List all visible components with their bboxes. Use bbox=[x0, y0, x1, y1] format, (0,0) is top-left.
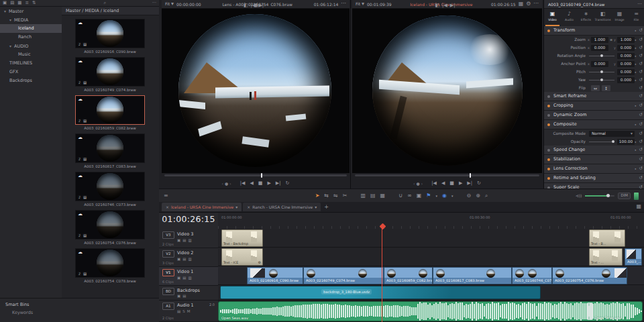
flip-vertical-button[interactable]: ↕ bbox=[602, 85, 610, 91]
goto-out-icon[interactable]: ▶| bbox=[258, 3, 264, 8]
dynamic-trim-mode-icon[interactable]: ⇋ bbox=[333, 193, 338, 199]
section-smart-reframe[interactable]: Smart Reframe ↺ bbox=[544, 92, 644, 101]
track-enable-icon[interactable]: ▥ bbox=[188, 238, 191, 242]
track-header-a1[interactable]: A1 Audio 1 2.0 ▤SM 2 Clips bbox=[159, 301, 218, 322]
snapping-icon[interactable]: ∪ bbox=[398, 193, 402, 199]
text-clip[interactable]: Text - Backdrop bbox=[221, 229, 263, 247]
video-clip[interactable]: A003_02160754_C076.braw bbox=[552, 267, 627, 284]
chevron-down-icon[interactable]: ▾ bbox=[315, 205, 317, 209]
opacity-field[interactable]: 100.00 bbox=[617, 139, 635, 145]
flip-horizontal-button[interactable]: ↔ bbox=[591, 85, 600, 91]
tab-image[interactable]: ▦Image bbox=[611, 9, 628, 26]
chevron-down-icon[interactable]: ▾ bbox=[435, 195, 437, 198]
track-autoselect-icon[interactable]: ▣ bbox=[177, 294, 180, 298]
play-reverse-button[interactable]: ◀ bbox=[441, 181, 445, 186]
speed-change-toggle[interactable] bbox=[547, 149, 550, 152]
first-frame-button[interactable]: |◀ bbox=[431, 181, 437, 186]
source-video-frame[interactable] bbox=[162, 9, 350, 173]
timeline-timecode-display[interactable]: 01:00:26:15 bbox=[159, 214, 218, 224]
lane-v1[interactable]: A003_02160916_C090.braw A003_02160749_C0… bbox=[218, 266, 644, 285]
section-stabilization[interactable]: Stabilization ↺ bbox=[544, 155, 644, 164]
jog-control[interactable]: ‹●› bbox=[413, 181, 423, 186]
track-lock-icon[interactable]: ▤ bbox=[182, 238, 186, 242]
zoom-in-icon[interactable]: ⊕ bbox=[476, 193, 480, 199]
keyframe-icon[interactable]: • bbox=[634, 26, 637, 35]
chevron-down-icon[interactable]: ▾ bbox=[235, 205, 237, 209]
track-enable-icon[interactable]: ▥ bbox=[188, 257, 191, 261]
tab-effects[interactable]: ∗Effects bbox=[578, 9, 594, 26]
track-lock-icon[interactable]: ▤ bbox=[182, 257, 186, 261]
yaw-slider[interactable] bbox=[589, 80, 614, 80]
rotation-field[interactable]: 0.000 bbox=[617, 53, 635, 59]
section-speed-change[interactable]: Speed Change • ↺ bbox=[544, 146, 644, 155]
play-button[interactable]: ▶ bbox=[267, 181, 270, 186]
audio-clip[interactable]: Open Seas.wav Open Seas.wav bbox=[218, 301, 643, 321]
track-lock-icon[interactable]: ▤ bbox=[182, 294, 186, 298]
reset-icon[interactable]: ↺ bbox=[639, 111, 643, 119]
anchor-y-field[interactable]: 0.000 bbox=[617, 61, 635, 67]
reset-icon[interactable]: ↺ bbox=[639, 120, 643, 129]
flag-icon[interactable]: ⚑ bbox=[426, 193, 431, 199]
rotation-slider[interactable] bbox=[589, 56, 614, 56]
section-composite[interactable]: Composite • ↺ bbox=[544, 120, 644, 129]
track-lock-icon[interactable]: ▤ bbox=[177, 309, 180, 313]
composite-mode-select[interactable]: Normal▾ bbox=[589, 131, 635, 137]
more-icon[interactable]: ··· bbox=[152, 1, 156, 5]
sidebar-item-media[interactable]: ▾MEDIA bbox=[0, 15, 62, 24]
stop-button[interactable]: ■ bbox=[258, 181, 263, 186]
track-header-v3[interactable]: V3 Video 3 ▣▤▥ 2 Clips bbox=[159, 229, 218, 248]
source-scrubber-handle[interactable] bbox=[261, 173, 262, 178]
overwrite-clip-icon[interactable]: ▤ bbox=[370, 193, 376, 199]
reset-icon[interactable]: ↺ bbox=[639, 92, 643, 101]
timeline-tab-iceland[interactable]: × Iceland - URSA Cine Immersive ▾ bbox=[162, 203, 241, 211]
backdrop-clip[interactable]: backdrop_3_180-Blue.usdz bbox=[220, 286, 541, 299]
more-icon[interactable]: ··· bbox=[637, 0, 642, 9]
list-view-icon[interactable]: ≡ bbox=[25, 1, 28, 5]
replace-clip-icon[interactable]: ▦ bbox=[380, 193, 386, 199]
section-dynamic-zoom[interactable]: Dynamic Zoom ↺ bbox=[544, 111, 644, 120]
tab-file[interactable]: ≡File bbox=[628, 9, 644, 26]
thumb-view-icon[interactable]: ▣ bbox=[3, 1, 7, 5]
mute-icon[interactable]: M bbox=[187, 309, 191, 313]
timeline-tab-ranch[interactable]: × Ranch - URSA Cine Immersive ▾ bbox=[243, 203, 321, 211]
timeline-view-icon[interactable]: ▦ bbox=[636, 204, 641, 209]
dim-button[interactable]: DIM bbox=[618, 193, 631, 199]
pitch-field[interactable]: 0.000 bbox=[617, 69, 635, 75]
position-y-field[interactable]: 0.000 bbox=[617, 45, 635, 51]
timeline-ruler[interactable]: 01:00:00:00 01:00:30:00 01:01:00:00 bbox=[218, 213, 644, 229]
track-enable-icon[interactable]: ▥ bbox=[188, 276, 191, 280]
film-strip-icon[interactable]: ▤ bbox=[10, 1, 14, 5]
media-clip[interactable]: ☁ ♪▤ A003_02160916_C090.braw bbox=[75, 19, 145, 54]
trim-edit-mode-icon[interactable]: ⇆ bbox=[324, 193, 329, 199]
video-clip[interactable]: A003_... bbox=[625, 248, 642, 266]
track-autoselect-icon[interactable]: ▣ bbox=[177, 276, 180, 280]
sidebar-item-iceland[interactable]: Iceland bbox=[0, 24, 62, 33]
goto-in-icon[interactable]: |◀ bbox=[251, 3, 256, 8]
zoom-preset-icon[interactable]: ⌕ bbox=[485, 193, 488, 199]
smart-bins-header[interactable]: Smart Bins bbox=[5, 302, 30, 307]
dynamic-zoom-toggle[interactable] bbox=[547, 114, 550, 117]
match-frame-icon[interactable]: ◧ bbox=[244, 3, 248, 8]
zoom-x-field[interactable]: 1.000 bbox=[591, 37, 608, 43]
add-timeline-tab-button[interactable]: + bbox=[324, 204, 329, 210]
first-frame-button[interactable]: |◀ bbox=[240, 181, 246, 186]
stop-button[interactable]: ■ bbox=[449, 181, 454, 186]
match-frame-icon[interactable]: ◧ bbox=[435, 3, 439, 8]
play-button[interactable]: ▶ bbox=[459, 181, 462, 186]
text-clip[interactable]: Text - ICE ⚙ bbox=[221, 248, 263, 266]
selection-mode-icon[interactable]: ➤ bbox=[315, 193, 320, 199]
keyframe-icon[interactable]: • bbox=[634, 120, 637, 129]
keyframe-icon[interactable]: • bbox=[634, 146, 637, 154]
link-icon[interactable]: ∞ bbox=[610, 36, 612, 44]
goto-in-icon[interactable]: |◀ bbox=[442, 3, 447, 8]
anchor-x-field[interactable]: 0.000 bbox=[591, 61, 608, 67]
media-clip[interactable]: ☁ ♪▤ A003_02160749_C074.braw bbox=[75, 57, 145, 92]
zoom-y-field[interactable]: 1.000 bbox=[617, 37, 635, 43]
video-clip[interactable]: A003_02160749_C074.braw bbox=[303, 267, 384, 284]
audio-fade-handle[interactable] bbox=[587, 303, 593, 320]
reset-icon[interactable]: ↺ bbox=[639, 26, 643, 35]
blade-edit-mode-icon[interactable]: ✂ bbox=[343, 193, 347, 199]
track-header-bd[interactable]: BD Backdrops ▣▤ bbox=[159, 286, 218, 301]
video-clip[interactable]: A003_02160916_C090.braw bbox=[247, 267, 303, 284]
insert-clip-icon[interactable]: ▥ bbox=[360, 193, 366, 199]
